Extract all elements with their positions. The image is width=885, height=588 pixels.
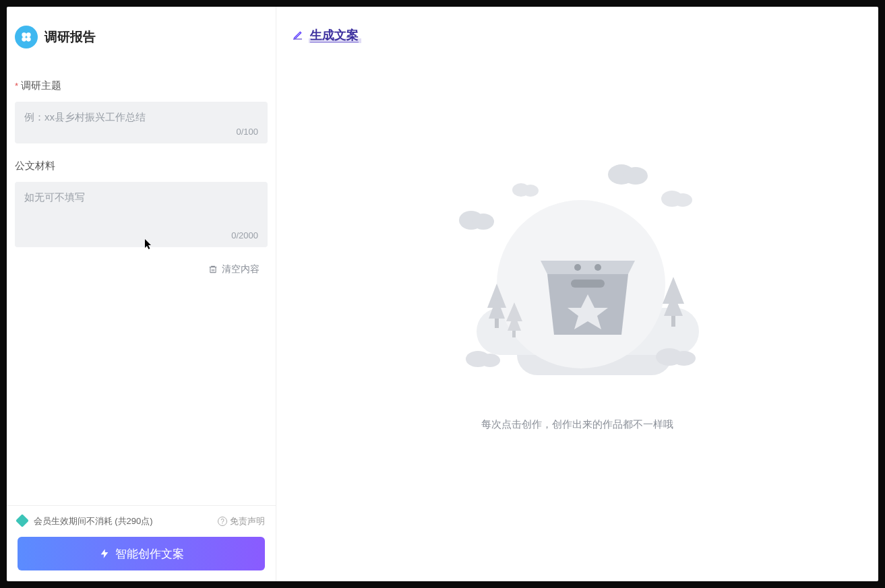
clear-button[interactable]: 清空内容 [15, 247, 268, 275]
svg-rect-14 [671, 316, 675, 327]
cloud-icon [659, 187, 696, 208]
pen-icon [293, 30, 303, 40]
svg-rect-15 [512, 331, 516, 337]
bolt-icon [99, 548, 110, 559]
svg-point-20 [480, 354, 500, 367]
right-title-wrap: 生成文案 [309, 27, 361, 43]
box-icon [541, 247, 635, 341]
empty-caption: 每次点击创作，创作出来的作品都不一样哦 [481, 418, 673, 431]
svg-point-22 [673, 351, 696, 366]
svg-rect-4 [210, 267, 216, 273]
form-area: * 调研主题 0/100 公文材料 0/2000 清空内容 [7, 54, 276, 505]
material-counter: 0/2000 [24, 230, 258, 240]
svg-rect-16 [571, 280, 605, 288]
footer-info-row: 会员生效期间不消耗 (共290点) ? 免责声明 [18, 515, 265, 527]
topic-counter: 0/100 [24, 127, 258, 137]
svg-point-8 [623, 167, 648, 185]
cloud-icon [456, 207, 497, 231]
material-input-box: 0/2000 [15, 182, 268, 247]
svg-point-17 [574, 264, 581, 271]
svg-point-12 [522, 185, 539, 197]
credit-info: 会员生效期间不消耗 (共290点) [18, 515, 153, 527]
generate-button[interactable]: 智能创作文案 [18, 537, 265, 570]
svg-rect-13 [495, 319, 499, 328]
right-header: 生成文案 [276, 7, 878, 50]
cloud-icon [463, 348, 503, 368]
svg-point-18 [594, 264, 601, 271]
credit-text: 会员生效期间不消耗 (共290点) [34, 516, 153, 526]
left-header: 调研报告 [7, 7, 276, 54]
svg-point-10 [673, 193, 692, 207]
cloud-icon [510, 180, 541, 199]
disclaimer-link[interactable]: ? 免责声明 [218, 515, 265, 527]
svg-point-2 [22, 37, 26, 42]
app-title: 调研报告 [44, 28, 96, 46]
left-panel: 调研报告 * 调研主题 0/100 公文材料 0/2000 清空内容 [7, 7, 276, 581]
material-label: 公文材料 [15, 160, 268, 172]
topic-label: * 调研主题 [15, 79, 268, 92]
left-footer: 会员生效期间不消耗 (共290点) ? 免责声明 智能创作文案 [7, 505, 276, 581]
diamond-icon [16, 514, 29, 527]
svg-point-1 [26, 32, 31, 37]
tree-icon [503, 301, 525, 341]
topic-label-text: 调研主题 [21, 79, 61, 92]
svg-point-0 [22, 32, 26, 37]
trash-icon [208, 265, 218, 274]
material-label-text: 公文材料 [15, 160, 55, 172]
app-window: 调研报告 * 调研主题 0/100 公文材料 0/2000 清空内容 [7, 7, 878, 581]
svg-point-3 [26, 37, 31, 42]
clear-label: 清空内容 [222, 263, 260, 275]
empty-illustration [436, 160, 719, 402]
cloud-icon [605, 160, 652, 187]
topic-input[interactable] [24, 111, 258, 123]
tree-icon [659, 274, 688, 335]
right-title: 生成文案 [310, 27, 360, 43]
question-icon: ? [218, 517, 227, 526]
generate-button-label: 智能创作文案 [115, 546, 184, 562]
required-star: * [15, 81, 18, 91]
cloud-icon [652, 345, 699, 368]
material-input[interactable] [24, 191, 258, 226]
disclaimer-label: 免责声明 [230, 515, 265, 527]
empty-state: 每次点击创作，创作出来的作品都不一样哦 [276, 50, 878, 581]
right-panel: 生成文案 [276, 7, 878, 581]
app-logo-icon [15, 26, 38, 48]
topic-input-box: 0/100 [15, 102, 268, 143]
svg-point-6 [472, 214, 494, 230]
